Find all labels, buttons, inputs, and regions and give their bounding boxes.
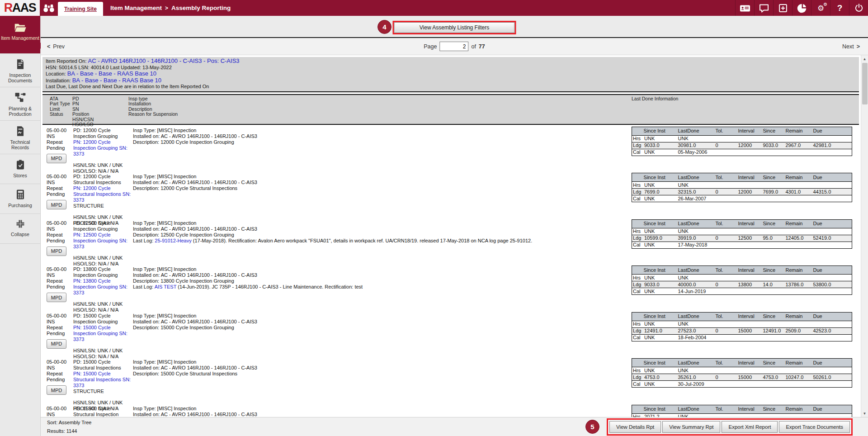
value-cell: 13800 — [737, 281, 762, 288]
col-due: Due — [812, 405, 852, 413]
value-cell — [762, 334, 785, 341]
export-trace-documents-button[interactable]: Export Trace Documents — [779, 421, 850, 433]
installed-on-text: Installed on: AC - AVRO 146RJ100 - 146RJ… — [133, 133, 626, 139]
header-icon-strip: ⚙⚙ ? — [735, 0, 868, 16]
value-cell — [785, 288, 812, 295]
sidebar-item-collapse[interactable]: Collapse — [0, 214, 40, 244]
sidebar-item-stores[interactable]: Stores — [0, 154, 40, 184]
since-inst-cell: Ldg7699.0 — [632, 189, 677, 195]
mpd-button[interactable]: MPD — [47, 200, 66, 209]
pd-text: PD: 15000 Cycle Structural Inspections — [73, 359, 132, 371]
last-done-row: CalUNK17-May-2018 — [632, 242, 852, 248]
value-cell: 0 — [715, 327, 737, 334]
since-inst-cell: HrsUNK — [632, 135, 677, 142]
assembly-row: 05-00-00 INS Repeat Pending MPD PD: 1500… — [42, 356, 859, 403]
settings-button[interactable]: ⚙⚙ — [811, 0, 830, 16]
limit-type: Repeat — [47, 139, 73, 145]
sidebar-item-inspection-documents[interactable]: Inspection Documents — [0, 54, 40, 87]
document-icon — [14, 58, 26, 70]
limit-type: Repeat — [47, 232, 73, 238]
counter-prefix: Cal — [633, 289, 644, 294]
counter-prefix: Hrs — [633, 182, 644, 188]
annotation-box-report-buttons: View Details Rpt View Summary Rpt Export… — [607, 418, 853, 436]
counter-prefix: Ldg — [633, 142, 644, 148]
last-done-body: Hrs2071.2UNK — [632, 413, 852, 417]
pd-text: PD: 13800 Cycle Inspection Grouping — [73, 266, 132, 278]
value-cell — [737, 321, 762, 327]
item-reported-link[interactable]: AC - AVRO 146RJ100 - 146RJ100 - C-AIS3 -… — [88, 57, 240, 64]
counter-prefix: Hrs — [633, 275, 644, 281]
structure-label: STRUCTURE — [73, 203, 132, 209]
tab-training-site[interactable]: Training Site — [58, 2, 103, 16]
location-link[interactable]: BA - Base - Base - RAAS Base 10 — [67, 70, 156, 77]
scroll-up-arrow-icon[interactable]: ▲ — [861, 55, 868, 62]
row-part-column: PD: 12000 Cycle Inspection Grouping PN: … — [73, 128, 132, 174]
layout: Item Management Inspection Documents — [0, 16, 868, 436]
counter-prefix: Ldg — [633, 374, 644, 380]
view-summary-rpt-button[interactable]: View Summary Rpt — [662, 421, 720, 433]
value-cell — [737, 135, 762, 142]
mpd-button[interactable]: MPD — [47, 385, 66, 395]
counter-prefix: Ldg — [633, 282, 644, 288]
last-done-table: Since Inst LastDone Tol. Interval Since … — [632, 219, 852, 249]
col-since-inst: Since Inst — [632, 312, 677, 321]
mpd-button[interactable]: MPD — [47, 293, 66, 302]
col-since-inst: Since Inst — [632, 405, 677, 413]
installation-link[interactable]: BA - Base - Base - RAAS Base 10 — [72, 77, 161, 84]
pn-link[interactable]: PN: 15000 Cycle Inspection Grouping — [73, 325, 118, 336]
page-number-input[interactable] — [439, 42, 468, 51]
col-since: Since — [762, 173, 785, 182]
part-type: INS — [47, 365, 73, 371]
col-last-done: LastDone — [677, 359, 715, 367]
mpd-button[interactable]: MPD — [47, 246, 66, 256]
last-log-link[interactable]: 25-91012-Heavy — [155, 238, 191, 243]
next-label: Next — [842, 43, 854, 50]
pn-link[interactable]: PN: 15000 Cycle Structural Inspections — [73, 371, 121, 382]
comment-icon — [759, 4, 769, 13]
value-cell: 52419.0 — [812, 235, 852, 242]
value-cell: 26-Mar-2007 — [677, 195, 715, 202]
mpd-button[interactable]: MPD — [47, 154, 66, 163]
last-log-link[interactable]: AIS TEST — [155, 284, 177, 289]
dashboard-button[interactable] — [792, 0, 811, 16]
column-group-inspection: Insp typeInstallationDescriptionReason f… — [128, 96, 178, 117]
mpd-button[interactable]: MPD — [47, 339, 66, 349]
breadcrumb-assembly-reporting[interactable]: Assembly Reporting — [171, 5, 231, 11]
last-log-detail: (14-Jun-2019). JC 735P - 146RJ100 - C-AI… — [176, 284, 363, 289]
scroll-down-arrow-icon[interactable]: ▼ — [861, 410, 868, 417]
value-cell — [812, 413, 852, 417]
add-button[interactable] — [773, 0, 792, 16]
value-cell — [812, 149, 852, 156]
value-cell — [737, 288, 762, 295]
logout-button[interactable] — [849, 0, 868, 16]
sidebar-item-item-management[interactable]: Item Management — [0, 16, 40, 54]
scrollbar-thumb[interactable] — [862, 63, 868, 104]
value-cell — [785, 228, 812, 235]
value-cell — [812, 182, 852, 189]
pn-link[interactable]: PN: 12500 Cycle Inspection Grouping — [73, 232, 118, 243]
value-cell: 0 — [715, 142, 737, 149]
pn-link[interactable]: PN: 12000 Cycle Structural Inspections — [73, 185, 121, 197]
comment-button[interactable] — [754, 0, 773, 16]
pn-link[interactable]: PN: 12000 Cycle Inspection Grouping — [73, 139, 118, 151]
sidebar-item-technical-records[interactable]: Technical Records — [0, 121, 40, 154]
sidebar-item-planning-production[interactable]: Planning & Production — [0, 87, 40, 121]
value-cell — [785, 149, 812, 156]
power-icon — [854, 4, 863, 13]
sidebar-item-purchasing[interactable]: Purchasing — [0, 184, 40, 214]
view-details-rpt-button[interactable]: View Details Rpt — [609, 421, 661, 433]
export-xml-report-button[interactable]: Export Xml Report — [722, 421, 778, 433]
pd-text: PD: 15900 Cycle Structural Inspection — [73, 406, 132, 417]
help-button[interactable]: ? — [830, 0, 849, 16]
search-binoculars-button[interactable] — [40, 0, 58, 16]
prev-page-button[interactable]: < Prev — [47, 43, 65, 50]
last-done-body: HrsUNKUNKLdg12491.027523.001500012491.02… — [632, 321, 852, 341]
view-assembly-listing-filters-button[interactable]: View Assembly Listing Filters — [394, 22, 515, 33]
status-value: Pending — [47, 284, 73, 290]
pn-link[interactable]: PN: 13800 Cycle Inspection Grouping — [73, 278, 118, 289]
vertical-scrollbar[interactable]: ▲ ▼ — [861, 55, 868, 417]
id-card-button[interactable] — [735, 0, 754, 16]
value-cell — [812, 135, 852, 142]
breadcrumb-item-management[interactable]: Item Management — [110, 5, 162, 11]
next-page-button[interactable]: Next > — [842, 43, 860, 50]
